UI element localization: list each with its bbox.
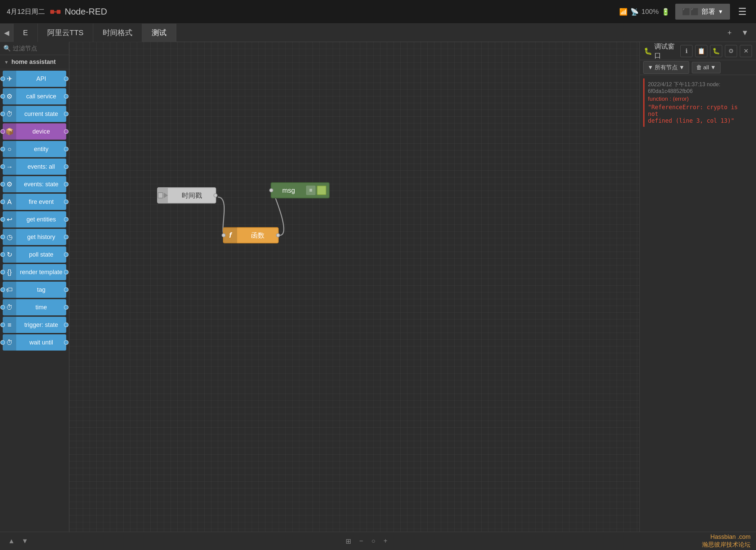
tab-test[interactable]: 测试 [142,24,176,42]
tab-e[interactable]: E [14,24,38,42]
canvas-zoom-out-button[interactable]: − [357,535,366,547]
tab-aliyun[interactable]: 阿里云TTS [38,24,94,42]
node-item-eventsstate[interactable]: ⚙ events: state [3,176,66,192]
tab-dropdown-button[interactable]: ▼ [737,26,753,40]
nav-up-button[interactable]: ▲ [5,535,18,547]
connections-svg [69,42,639,532]
node-item-callservice[interactable]: ⚙ call service [3,88,66,104]
debug-copy-button[interactable]: 📋 [695,45,707,57]
node-right-port [64,76,69,81]
timestamp-right-port [213,193,218,197]
node-right-port [64,340,69,345]
timestamp-node-left [158,187,168,204]
node-left-port [0,217,5,222]
node-item-time[interactable]: ⏱ time [3,299,66,315]
tab-timeformat-label: 时间格式 [103,28,132,38]
node-item-tag[interactable]: 🏷 tag [3,282,66,298]
node-item-getentities[interactable]: ↩ get entities [3,211,66,228]
node-label-currentstate: current state [16,111,66,118]
msg-menu-icon[interactable]: ≡ [306,186,316,195]
debug-close-button[interactable]: ✕ [740,45,752,57]
node-item-gethistory[interactable]: ◷ get history [3,229,66,245]
search-icon: 🔍 [3,45,11,52]
node-item-waituntil[interactable]: ⏱ wait until [3,334,66,351]
node-item-rendertemplate[interactable]: {} render template [3,264,66,280]
debug-settings-button[interactable]: ⚙ [725,45,737,57]
search-input[interactable] [13,45,66,52]
debug-timestamp: 2022/4/12 下午11:37:13 [648,81,705,87]
node-left-port [0,287,5,292]
tab-prev-button[interactable]: ◀ [0,24,14,42]
node-item-currentstate[interactable]: ⏱ current state [3,106,66,122]
debug-title-icon: 🐛 [644,47,652,55]
node-right-port [64,252,69,257]
wifi-icon: 📶 [619,8,628,16]
tab-actions: + ▼ [723,26,756,40]
node-item-device[interactable]: 📦 device [3,123,66,140]
node-item-fireevent[interactable]: A fire event [3,194,66,210]
function-node[interactable]: f 函数 [223,227,279,243]
node-label-gethistory: get history [16,234,66,241]
node-right-port [64,270,69,274]
node-item-entity[interactable]: ○ entity [3,141,66,157]
canvas-fit-button[interactable]: ⊞ [343,535,354,547]
node-right-port [64,94,69,99]
battery-icon: 🔋 [661,8,670,16]
main-area: 🔍 ▼ home assistant ✈ API ⚙ call service … [0,42,756,532]
tab-e-label: E [23,28,28,37]
canvas-zoom-reset-button[interactable]: ○ [369,535,378,547]
add-tab-button[interactable]: + [723,26,736,40]
debug-bug-button[interactable]: 🐛 [710,45,722,57]
msg-node[interactable]: msg ≡ [271,182,330,198]
debug-toolbar: ▼ 所有节点 ▼ 🗑 all ▼ [640,60,756,75]
nav-down-button[interactable]: ▼ [19,535,31,547]
tab-aliyun-label: 阿里云TTS [47,28,84,38]
node-item-pollstate[interactable]: ↻ poll state [3,246,66,263]
clear-dropdown-icon: ▼ [710,64,716,71]
node-item-triggerstate[interactable]: ≡ trigger: state [3,317,66,333]
debug-title: 🐛 调试窗口 [644,42,678,60]
node-item-eventsall[interactable]: → events: all [3,159,66,175]
topbar: 4月12日周二 Node-RED 📶 📡 100% 🔋 ⬛⬛ 部署 ▼ ☰ [0,0,756,24]
msg-output-box [317,186,326,195]
node-item-api[interactable]: ✈ API [3,71,66,87]
node-right-port [64,182,69,187]
node-left-port [0,270,5,274]
watermark-brand: Hassbian [710,533,736,540]
node-left-port [0,164,5,169]
clear-button[interactable]: 🗑 all ▼ [692,62,721,73]
tab-timeformat[interactable]: 时间格式 [93,24,142,42]
function-left-port [222,233,226,237]
node-label-fireevent: fire event [16,198,66,206]
node-left-port [0,129,5,134]
debug-error-message: "ReferenceError: crypto is notdefined (l… [648,104,749,124]
debug-entry: 2022/4/12 下午11:37:13 node: 6f0da1c48852f… [643,78,753,127]
debug-content: 2022/4/12 下午11:37:13 node: 6f0da1c48852f… [640,75,756,532]
canvas-area[interactable]: 时间戳 f 函数 msg ≡ [69,42,639,532]
deploy-dropdown-arrow: ▼ [718,9,723,15]
trash-icon: 🗑 [696,64,702,71]
status-icons: 📶 📡 100% 🔋 [619,8,670,16]
node-left-port [0,94,5,99]
logo-text: Node-RED [65,6,107,17]
debug-info-button[interactable]: ℹ [680,45,692,57]
debug-header: 🐛 调试窗口 ℹ 📋 🐛 ⚙ ✕ [640,42,756,60]
sidebar: 🔍 ▼ home assistant ✈ API ⚙ call service … [0,42,69,532]
sidebar-section-header[interactable]: ▼ home assistant [0,55,69,69]
hamburger-menu-button[interactable]: ☰ [735,3,749,20]
sidebar-search[interactable]: 🔍 [0,42,69,55]
node-left-port [0,235,5,239]
deploy-button[interactable]: ⬛⬛ 部署 ▼ [675,4,730,20]
canvas-zoom-in-button[interactable]: + [381,535,390,547]
node-right-port [64,217,69,222]
filter-button[interactable]: ▼ 所有节点 ▼ [643,61,689,74]
debug-meta: 2022/4/12 下午11:37:13 node: 6f0da1c48852f… [648,81,749,94]
msg-node-actions: ≡ [306,186,329,195]
bottombar: ▲ ▼ ⊞ − ○ + Hassbian .com瀚思彼岸技术论坛 [0,532,756,550]
node-left-port [0,252,5,257]
node-left-port [0,322,5,327]
timestamp-node-label: 时间戳 [168,191,216,200]
date-label: 4月12日周二 [7,7,45,16]
node-left-port [0,305,5,310]
timestamp-node[interactable]: 时间戳 [157,187,216,204]
